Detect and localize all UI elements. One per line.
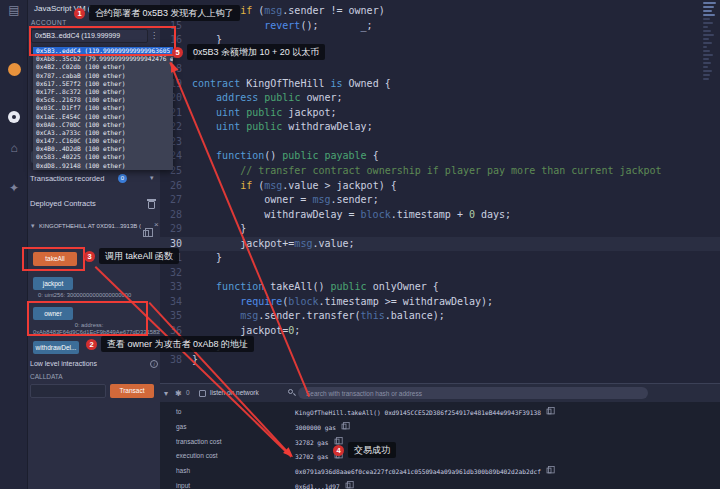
detail-value: KingOfTheHill.takeAll() 0xd9145CCE52D386… [295,408,552,416]
detail-label: hash [176,467,190,474]
code-line: 22 uint public withdrawDelay; [160,120,720,135]
account-option[interactable]: 0x4B2..C02db (100 ether) [33,63,173,71]
step-badge: 4 [333,445,344,456]
line-number: 32 [160,266,192,281]
calldata-label: CALLDATA [30,373,63,380]
account-option[interactable]: 0x5c6..21678 (100 ether) [33,96,173,104]
transaction-detail-row: transaction cost32782 gas [160,436,720,451]
annotation-box-account [29,26,176,56]
plugin-manager-icon[interactable]: ✦ [6,180,22,196]
transact-button[interactable]: Transact [110,384,154,398]
detail-value: 0x0791a936d8aae6f0cea227fc02a41c05509a4a… [295,467,552,475]
withdrawdelay-button[interactable]: withdrawDel... [33,341,79,354]
code-line: 19contract KingOfTheHill is Owned { [160,77,720,92]
minimap-bar [703,70,712,72]
line-number: 29 [160,222,192,237]
minimap-bar [703,78,709,80]
code-line: 20 address public owner; [160,91,720,106]
minimap-bar [703,74,710,76]
annotation-tx-success: 4 交易成功 [333,442,396,458]
line-number: 33 [160,280,192,295]
terminal-settings-icon[interactable]: ✱ [175,389,182,398]
account-option[interactable]: 0x1aE..E454C (100 ether) [33,113,173,121]
annotation-check-owner: 2 查看 owner 为攻击者 0xAb8 的地址 [86,336,254,352]
minimap[interactable] [702,2,719,182]
minimap-bar [703,38,709,40]
code-line: 27 owner = msg.sender; [160,193,720,208]
detail-label: execution cost [176,452,218,459]
deploy-run-icon[interactable] [8,111,20,123]
minimap-bar [703,66,708,68]
detail-value: 0x6d1...1d97 [295,482,351,489]
detail-value: 3000000 gas [295,423,347,431]
home-icon[interactable]: ⌂ [6,140,22,156]
annotation-box-owner [27,301,148,336]
minimap-bar [703,14,715,16]
file-explorer-icon[interactable]: ▤ [6,2,22,18]
copy-icon[interactable] [342,423,347,429]
copy-icon[interactable] [345,483,350,489]
jackpot-result: 0: uint256: 30000000000000000000 [38,292,156,299]
code-line: 14 if (msg.sender != owner) [160,4,720,19]
account-option[interactable]: 0x787..cabaB (100 ether) [33,72,173,80]
icon-sidebar: ▤ ⌂ ✦ [0,0,28,489]
chevron-down-icon[interactable]: ▾ [150,174,154,182]
code-line: 24 function() public payable { [160,149,720,164]
annotation-deployer-notice: 1 合约部署者 0x5B3 发现有人上钩了 [74,5,240,21]
account-option[interactable]: 0xAb8..35cb2 (79.999999999999942476 ethe… [33,55,173,63]
account-option[interactable]: 0x0A0..C70DC (100 ether) [33,121,173,129]
minimap-bar [703,50,710,52]
detail-label: transaction cost [176,438,222,445]
detail-label: input [176,482,190,489]
transaction-detail-row: gas3000000 gas [160,421,720,436]
account-dropdown[interactable]: 0x5B3..eddC4 (119.999999999999963605 eth… [33,47,173,170]
line-number: 26 [160,179,192,194]
transaction-detail-row: input0x6d1...1d97 [160,480,720,489]
minimap-bar [703,34,714,36]
account-option[interactable]: 0xdD8..92148 (100 ether) [33,162,173,170]
transaction-detail-row: toKingOfTheHill.takeAll() 0xd9145CCE52D3… [160,406,720,421]
copy-icon[interactable] [546,409,551,415]
code-line: 32 [160,266,720,281]
code-line: 28 withdrawDelay = block.timestamp + 0 d… [160,208,720,223]
line-number: 28 [160,208,192,223]
line-number: 27 [160,193,192,208]
annotation-call-takeall: 3 调用 takeAll 函数 [84,248,179,264]
minimap-bar [703,26,708,28]
code-line: 31 } [160,251,720,266]
minimap-bar [703,62,711,64]
deployed-contract-title[interactable]: KINGOFTHEHILL AT 0XD91...3913B (M [39,223,141,229]
transaction-detail-row: hash0x0791a936d8aae6f0cea227fc02a41c0550… [160,465,720,480]
detail-label: to [176,408,181,415]
account-option[interactable]: 0x03C..D1Ff7 (100 ether) [33,104,173,112]
account-option[interactable]: 0x617..5E7f2 (100 ether) [33,80,173,88]
copy-icon[interactable] [546,468,551,474]
transaction-detail-row: execution cost32702 gas [160,450,720,465]
close-contract-icon[interactable]: × [154,220,159,229]
jackpot-button[interactable]: jackpot [33,277,73,290]
calldata-input[interactable] [30,384,106,398]
minimap-bar [703,30,711,32]
account-option[interactable]: 0x147..C160C (100 ether) [33,137,173,145]
search-icon [288,389,293,394]
copy-contract-icon[interactable] [143,223,149,241]
transaction-details: toKingOfTheHill.takeAll() 0xd9145CCE52D3… [160,406,720,489]
code-line: 38} [160,353,720,368]
account-option[interactable]: 0x4B0..4D2dB (100 ether) [33,145,173,153]
step-badge: 2 [86,339,97,350]
code-line: 34 require(block.timestamp >= withdrawDe… [160,295,720,310]
solidity-compiler-icon[interactable] [8,63,21,76]
account-option[interactable]: 0x17F..8c372 (100 ether) [33,88,173,96]
contract-expand-icon[interactable]: ▾ [31,222,35,230]
terminal-toolbar: ▾ ✱ 0 listen on network [160,384,720,402]
terminal-expand-icon[interactable]: ▾ [164,389,168,398]
step-badge: 1 [74,8,85,19]
code-line: 33 function takeAll() public onlyOwner { [160,280,720,295]
account-option[interactable]: 0xCA3..a733c (100 ether) [33,129,173,137]
terminal-search-input[interactable] [298,387,648,399]
minimap-bar [703,18,710,20]
trash-icon[interactable] [148,201,155,209]
step-badge: 5 [172,47,183,58]
account-option[interactable]: 0x583..40225 (100 ether) [33,153,173,161]
listen-on-network-checkbox[interactable] [199,390,206,397]
